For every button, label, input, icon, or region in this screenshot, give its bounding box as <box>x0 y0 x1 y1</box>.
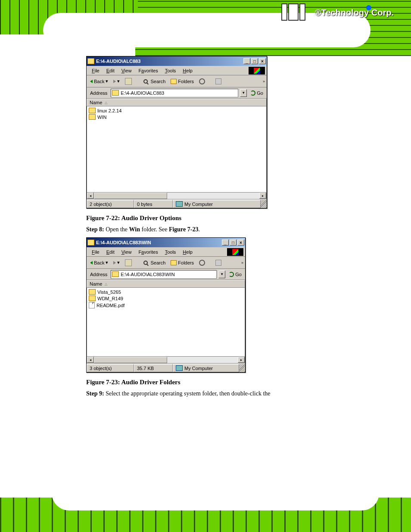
up-button[interactable] <box>123 259 134 267</box>
forward-button[interactable]: ▾ <box>112 78 121 84</box>
status-size: 35.7 KB <box>134 364 173 372</box>
titlebar[interactable]: E:\4-AUDIO\ALC883\WIN _ □ × <box>87 238 245 247</box>
toolbar-separator <box>209 262 212 263</box>
list-item[interactable]: README.pdf <box>88 302 244 309</box>
go-button[interactable]: Go <box>249 90 265 96</box>
column-header[interactable]: Name △ <box>87 280 245 288</box>
scroll-track[interactable] <box>94 357 238 363</box>
toolbar-overflow[interactable]: » <box>263 79 265 84</box>
arrow-left-icon <box>90 261 93 264</box>
computer-icon <box>176 365 183 371</box>
folders-button[interactable]: Folders <box>169 260 196 266</box>
menu-view[interactable]: View <box>118 249 135 255</box>
maximize-button[interactable]: □ <box>251 58 258 64</box>
figure-caption-1: Figure 7-22: Audio Driver Options <box>86 215 327 222</box>
menu-help[interactable]: Help <box>179 67 196 74</box>
scroll-right-button[interactable]: ▸ <box>238 357 245 363</box>
moveto-button[interactable] <box>214 259 223 266</box>
step-label: Step 8: <box>86 226 104 233</box>
window-title: E:\4-AUDIO\ALC883 <box>96 59 243 64</box>
address-dropdown[interactable]: ▼ <box>218 271 225 278</box>
toolbar-overflow[interactable]: » <box>241 261 243 265</box>
menu-tools[interactable]: Tools <box>162 249 180 255</box>
close-button[interactable]: × <box>259 58 266 64</box>
history-button[interactable] <box>197 259 207 266</box>
resize-grip[interactable] <box>239 364 245 372</box>
maximize-button[interactable]: □ <box>230 240 237 246</box>
go-icon <box>250 90 255 96</box>
status-location: My Computer <box>173 200 261 208</box>
address-label: Address <box>88 272 109 277</box>
file-list[interactable]: Vista_5265 WDM_R149 README.pdf <box>87 288 245 357</box>
scroll-left-button[interactable]: ◂ <box>87 357 94 363</box>
minimize-button[interactable]: _ <box>243 58 250 64</box>
horizontal-scrollbar[interactable]: ◂ ▸ <box>87 357 245 364</box>
file-list[interactable]: linux 2.2.14 WIN <box>87 106 267 193</box>
windows-flag-icon <box>249 67 265 75</box>
back-button[interactable]: Back ▾ <box>88 78 110 84</box>
menu-tools[interactable]: Tools <box>162 67 180 74</box>
scroll-right-button[interactable]: ▸ <box>259 193 266 199</box>
scroll-left-button[interactable]: ◂ <box>87 193 94 199</box>
toolbar-separator <box>135 262 139 263</box>
item-name: WDM_R149 <box>97 296 123 301</box>
menu-edit[interactable]: Edit <box>103 249 118 255</box>
scroll-track[interactable] <box>94 193 259 199</box>
explorer-window-1: E:\4-AUDIO\ALC883 _ □ × File Edit View F… <box>86 56 267 208</box>
address-field[interactable]: E:\4-AUDIO\ALC883\WIN <box>111 270 217 279</box>
folders-button[interactable]: Folders <box>169 78 196 84</box>
address-text: E:\4-AUDIO\ALC883 <box>121 90 164 96</box>
list-item[interactable]: linux 2.2.14 <box>88 107 265 114</box>
explorer-window-2: E:\4-AUDIO\ALC883\WIN _ □ × File Edit Vi… <box>86 237 246 373</box>
scroll-thumb[interactable] <box>94 193 167 199</box>
history-button[interactable] <box>197 78 207 85</box>
column-header[interactable]: Name △ <box>87 99 267 106</box>
folder-icon <box>89 296 96 301</box>
status-objects: 3 object(s) <box>87 364 134 372</box>
minimize-button[interactable]: _ <box>222 240 229 246</box>
horizontal-scrollbar[interactable]: ◂ ▸ <box>87 193 267 199</box>
step-8-text: Step 8: Open the Win folder. See Figure … <box>86 226 327 233</box>
statusbar: 2 object(s) 0 bytes My Computer <box>87 199 267 208</box>
column-name: Name <box>90 281 102 286</box>
go-label: Go <box>257 90 263 96</box>
menu-view[interactable]: View <box>118 67 135 74</box>
move-icon <box>215 78 221 84</box>
logo-dot-icon <box>366 5 371 10</box>
moveto-button[interactable] <box>214 78 223 85</box>
column-name: Name <box>90 100 102 105</box>
folders-icon <box>171 260 177 265</box>
address-dropdown[interactable]: ▼ <box>240 89 247 97</box>
folder-icon <box>112 90 119 96</box>
menu-file[interactable]: File <box>88 249 103 255</box>
search-button[interactable]: Search <box>140 259 167 267</box>
status-size: 0 bytes <box>134 200 173 208</box>
move-icon <box>215 260 221 266</box>
titlebar[interactable]: E:\4-AUDIO\ALC883 _ □ × <box>87 56 267 66</box>
menu-file[interactable]: File <box>88 67 103 74</box>
resize-grip[interactable] <box>261 200 267 208</box>
toolbar: Back ▾ ▾ Search Folders » <box>87 75 267 87</box>
item-name: linux 2.2.14 <box>97 108 121 113</box>
up-button[interactable] <box>123 78 134 85</box>
history-icon <box>199 78 205 84</box>
folder-icon <box>112 271 119 277</box>
windows-flag-icon <box>227 248 243 256</box>
go-button[interactable]: Go <box>227 271 243 277</box>
menu-favorites[interactable]: Favorites <box>135 249 161 255</box>
scroll-thumb[interactable] <box>94 357 167 363</box>
close-button[interactable]: × <box>237 240 244 246</box>
back-button[interactable]: Back ▾ <box>88 259 110 266</box>
address-field[interactable]: E:\4-AUDIO\ALC883 <box>111 89 238 97</box>
arrow-right-icon <box>113 80 116 83</box>
toolbar: Back ▾ ▾ Search Folders » <box>87 257 245 269</box>
list-item[interactable]: Vista_5265 <box>88 289 244 295</box>
menu-edit[interactable]: Edit <box>103 67 118 74</box>
list-item[interactable]: WDM_R149 <box>88 295 244 302</box>
forward-button[interactable]: ▾ <box>112 259 121 266</box>
menu-favorites[interactable]: Favorites <box>135 67 161 74</box>
search-button[interactable]: Search <box>140 78 167 85</box>
menubar: File Edit View Favorites Tools Help <box>87 247 245 257</box>
menu-help[interactable]: Help <box>179 249 196 255</box>
list-item[interactable]: WIN <box>88 114 265 120</box>
